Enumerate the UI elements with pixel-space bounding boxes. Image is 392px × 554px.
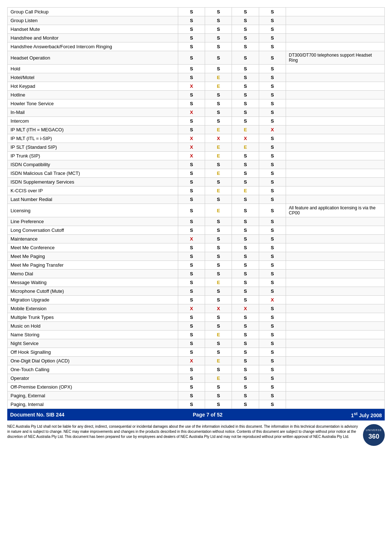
feature-note [286, 226, 384, 235]
table-row: Name StoringSESS [8, 331, 385, 339]
table-row: Paging, ExternalSSSS [8, 391, 385, 400]
feature-note [286, 400, 384, 409]
table-row: HotlineSSSS [8, 91, 385, 99]
page-number: Page 7 of 52 [193, 412, 222, 418]
feature-name: Maintenance [8, 235, 178, 243]
feature-name: Off-Premise Extension (OPX) [8, 383, 178, 391]
feature-name: Multiple Trunk Types [8, 313, 178, 322]
feature-name: Memo Dial [8, 270, 178, 278]
col-4-value: S [259, 243, 286, 252]
col-2-value: S [205, 322, 232, 331]
col-1-value: S [178, 160, 205, 169]
feature-note [286, 331, 384, 339]
col-1-value: S [178, 322, 205, 331]
feature-note: All feature and application licensing is… [286, 204, 384, 217]
col-1-value: X [178, 143, 205, 152]
feature-note [286, 99, 384, 108]
col-3-value: S [232, 270, 259, 278]
table-row: Message WaitingSESS [8, 278, 385, 287]
feature-name: Paging, Internal [8, 400, 178, 409]
col-3-value: S [232, 278, 259, 287]
col-2-value: E [205, 82, 232, 91]
table-row: Headset OperationSSSSDT300/DT700 telepho… [8, 51, 385, 65]
feature-name: ISDN Supplementary Services [8, 178, 178, 186]
col-3-value: S [232, 152, 259, 160]
col-4-value: S [259, 108, 286, 117]
col-4-value: S [259, 51, 286, 65]
col-2-value: S [205, 348, 232, 357]
table-row: IP Trunk (SIP)XESS [8, 152, 385, 160]
col-1-value: S [178, 195, 205, 204]
col-3-value: S [232, 25, 259, 34]
feature-note [286, 152, 384, 160]
col-4-value: S [259, 73, 286, 82]
col-1-value: S [178, 186, 205, 195]
col-1-value: S [178, 204, 205, 217]
col-4-value: S [259, 178, 286, 186]
col-3-value: S [232, 400, 259, 409]
col-1-value: S [178, 226, 205, 235]
col-4-value: S [259, 195, 286, 204]
col-3-value: S [232, 217, 259, 226]
feature-note [286, 34, 384, 42]
col-4-value: S [259, 339, 286, 348]
feature-name: One-Digit Dial Option (ACD) [8, 357, 178, 365]
table-row: Hot KeypadXESS [8, 82, 385, 91]
col-2-value: S [205, 16, 232, 25]
table-row: Line PreferenceSSSS [8, 217, 385, 226]
col-4-value: S [259, 99, 286, 108]
feature-note [286, 313, 384, 322]
col-1-value: S [178, 117, 205, 126]
col-3-value: E [232, 143, 259, 152]
table-row: Handset MuteSSSS [8, 25, 385, 34]
table-row: K-CCIS over IPSEES [8, 186, 385, 195]
doc-number: Document No. SIB 244 [10, 412, 64, 418]
col-2-value: E [205, 374, 232, 383]
col-2-value: E [205, 278, 232, 287]
col-3-value: S [232, 82, 259, 91]
col-4-value: S [259, 374, 286, 383]
col-3-value: S [232, 322, 259, 331]
feature-note [286, 391, 384, 400]
feature-name: Paging, External [8, 391, 178, 400]
col-4-value: S [259, 270, 286, 278]
col-4-value: S [259, 34, 286, 42]
col-2-value: E [205, 204, 232, 217]
col-3-value: S [232, 65, 259, 73]
feature-name: Music on Hold [8, 322, 178, 331]
feature-name: Hot Keypad [8, 82, 178, 91]
col-2-value: S [205, 296, 232, 304]
feature-name: Meet Me Paging Transfer [8, 261, 178, 270]
feature-note [286, 117, 384, 126]
table-row: IntercomSSSS [8, 117, 385, 126]
col-4-value: S [259, 204, 286, 217]
feature-name: Message Waiting [8, 278, 178, 287]
col-1-value: S [178, 178, 205, 186]
col-3-value: S [232, 252, 259, 261]
feature-note [286, 217, 384, 226]
col-2-value: S [205, 99, 232, 108]
feature-name: ISDN Malicious Call Trace (MCT) [8, 169, 178, 178]
col-3-value: S [232, 296, 259, 304]
col-2-value: E [205, 73, 232, 82]
col-3-value: S [232, 348, 259, 357]
feature-name: Intercom [8, 117, 178, 126]
feature-note [286, 374, 384, 383]
col-2-value: S [205, 400, 232, 409]
col-1-value: X [178, 82, 205, 91]
table-row: IP SLT (Standard SIP)XEES [8, 143, 385, 152]
col-3-value: X [232, 304, 259, 313]
table-row: Microphone Cutoff (Mute)SSSS [8, 287, 385, 296]
col-1-value: S [178, 296, 205, 304]
feature-note [286, 73, 384, 82]
col-3-value: S [232, 365, 259, 374]
col-1-value: S [178, 348, 205, 357]
col-3-value: S [232, 8, 259, 16]
feature-note [286, 287, 384, 296]
feature-note [286, 339, 384, 348]
col-3-value: S [232, 287, 259, 296]
feature-name: Last Number Redial [8, 195, 178, 204]
feature-name: In-Mail [8, 108, 178, 117]
feature-name: IP MLT (ITL = i-SIP) [8, 134, 178, 143]
table-row: Long Conversation CutoffSSSS [8, 226, 385, 235]
